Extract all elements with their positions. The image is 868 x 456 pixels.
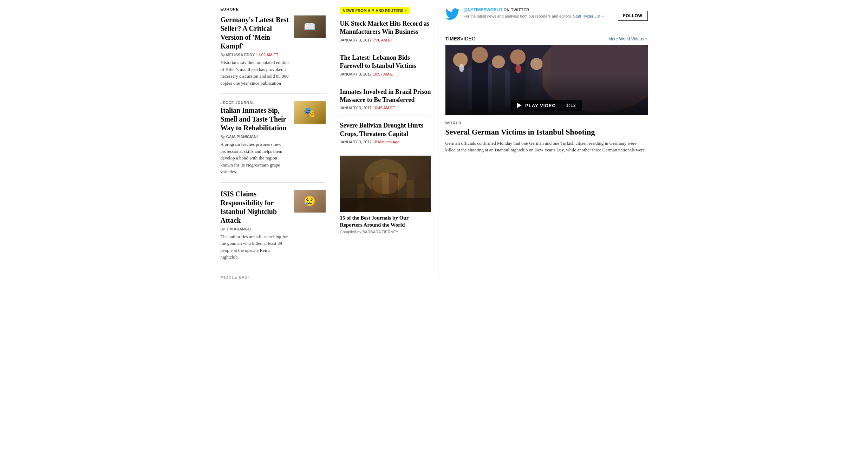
wire-time: 10:45 AM ET bbox=[373, 106, 395, 110]
svg-point-14 bbox=[471, 47, 488, 63]
wire-meta-brazil-prison: JANUARY 3, 2017 10:45 AM ET bbox=[340, 106, 431, 110]
wire-article-lebanon: The Latest: Lebanon Bids Farewell to Ist… bbox=[340, 54, 431, 82]
article-byline-isis: By TIM ARANGO bbox=[221, 227, 290, 231]
svg-point-6 bbox=[371, 173, 399, 194]
byline-prefix: By bbox=[221, 227, 225, 231]
twitter-content: @NYTIMESWORLD ON TWITTER For the latest … bbox=[464, 7, 614, 19]
byline-prefix: By bbox=[221, 135, 225, 139]
featured-image-block: 15 of the Best Journals by Our Reporters… bbox=[340, 156, 431, 234]
times-video-header: TIMESVIDEO More World Videos » bbox=[445, 36, 648, 41]
wire-headline-bolivia[interactable]: Severe Bolivian Drought Hurts Crops, Thr… bbox=[340, 122, 431, 138]
article-byline-italian-inmates: By GAIA PIANIGIANI bbox=[221, 135, 290, 139]
article-timestamp: 11:02 AM ET bbox=[256, 53, 279, 57]
article-summary-mein-kampf: Historians say their annotated edition o… bbox=[221, 59, 290, 86]
follow-button[interactable]: FOLLOW bbox=[618, 11, 648, 21]
times-video-label: TIMESVIDEO bbox=[445, 36, 476, 41]
section-label: EUROPE bbox=[221, 7, 326, 11]
article-text: Germany's Latest Best Seller? A Critical… bbox=[221, 15, 290, 86]
wire-meta-bolivia: JANUARY 3, 2017 18 Minutes Ago bbox=[340, 140, 431, 144]
times-thin: VIDEO bbox=[460, 36, 476, 41]
svg-point-20 bbox=[530, 58, 542, 70]
article-thumbnail-italian-inmates[interactable] bbox=[294, 101, 326, 124]
wire-date: JANUARY 3, 2017 bbox=[340, 38, 372, 42]
twitter-on-label: ON TWITTER bbox=[503, 8, 529, 12]
featured-image-caption[interactable]: 15 of the Best Journals by Our Reporters… bbox=[340, 215, 431, 228]
wire-article-bolivia: Severe Bolivian Drought Hurts Crops, Thr… bbox=[340, 122, 431, 150]
more-videos-link[interactable]: More World Videos » bbox=[608, 37, 648, 41]
article-subsection: LECCE JOURNAL bbox=[221, 101, 290, 105]
featured-image-sub: Compiled by BARBARA TIERNEY bbox=[340, 230, 431, 234]
article-headline-italian-inmates[interactable]: Italian Inmates Sip, Smell and Taste The… bbox=[221, 106, 290, 132]
article-item: ISIS Claims Responsibility for Istanbul … bbox=[221, 190, 326, 268]
byline-prefix: By bbox=[221, 53, 225, 57]
times-bold: TIMES bbox=[445, 36, 461, 41]
author-name: TIM ARANGO bbox=[226, 227, 250, 231]
wire-time: 10:57 AM ET bbox=[373, 72, 395, 76]
svg-rect-7 bbox=[340, 198, 431, 212]
play-triangle-icon bbox=[517, 103, 522, 108]
article-summary-isis: The authorities are still searching for … bbox=[221, 233, 290, 261]
play-button-overlay[interactable]: PLAY VIDEO 1:12 bbox=[445, 100, 648, 111]
svg-point-22 bbox=[515, 64, 521, 73]
article-thumbnail-isis[interactable] bbox=[294, 190, 326, 213]
svg-point-21 bbox=[459, 64, 464, 72]
wire-time: 18 Minutes Ago bbox=[373, 140, 399, 144]
article-text: LECCE JOURNAL Italian Inmates Sip, Smell… bbox=[221, 101, 290, 175]
wire-meta-lebanon: JANUARY 3, 2017 10:57 AM ET bbox=[340, 72, 431, 76]
wire-headline-brazil-prison[interactable]: Inmates Involved in Brazil Prison Massac… bbox=[340, 88, 431, 104]
article-headline-isis[interactable]: ISIS Claims Responsibility for Istanbul … bbox=[221, 190, 290, 225]
article-summary-italian-inmates: A program teaches prisoners new professi… bbox=[221, 141, 290, 175]
news-source-banner[interactable]: NEWS FROM A.P. AND REUTERS » bbox=[340, 7, 410, 14]
wire-headline-uk-stock[interactable]: UK Stock Market Hits Record as Manufactu… bbox=[340, 20, 431, 36]
featured-image[interactable] bbox=[340, 156, 431, 212]
author-name: MELISSA EDDY bbox=[226, 53, 255, 57]
article-thumbnail-mein-kampf[interactable] bbox=[294, 15, 326, 38]
twitter-icon bbox=[445, 7, 459, 24]
video-thumbnail[interactable]: PLAY VIDEO 1:12 bbox=[445, 45, 648, 115]
video-divider bbox=[561, 103, 561, 108]
twitter-handle-label: @NYTIMESWORLD ON TWITTER bbox=[464, 7, 614, 13]
wire-article-uk-stock: UK Stock Market Hits Record as Manufactu… bbox=[340, 20, 431, 48]
svg-point-18 bbox=[510, 49, 526, 65]
wire-headline-lebanon[interactable]: The Latest: Lebanon Bids Farewell to Ist… bbox=[340, 54, 431, 70]
left-column: EUROPE Germany's Latest Best Seller? A C… bbox=[221, 7, 333, 279]
article-headline-mein-kampf[interactable]: Germany's Latest Best Seller? A Critical… bbox=[221, 15, 290, 51]
video-article-headline[interactable]: Several German Victims in Istanbul Shoot… bbox=[445, 127, 648, 137]
article-text: ISIS Claims Responsibility for Istanbul … bbox=[221, 190, 290, 261]
wire-date: JANUARY 3, 2017 bbox=[340, 140, 372, 144]
author-name: GAIA PIANIGIANI bbox=[226, 135, 257, 139]
wire-time: 7:30 AM ET bbox=[373, 38, 393, 42]
twitter-staff-link[interactable]: Staff Twitter List » bbox=[573, 14, 603, 18]
wire-meta-uk-stock: JANUARY 3, 2017 7:30 AM ET bbox=[340, 38, 431, 42]
article-item: Germany's Latest Best Seller? A Critical… bbox=[221, 15, 326, 94]
wire-article-brazil-prison: Inmates Involved in Brazil Prison Massac… bbox=[340, 88, 431, 116]
middle-column: NEWS FROM A.P. AND REUTERS » UK Stock Ma… bbox=[333, 7, 438, 279]
video-article-summary: German officials confirmed Monday that o… bbox=[445, 140, 648, 154]
wire-date: JANUARY 3, 2017 bbox=[340, 106, 372, 110]
bottom-section-label: MIDDLE EAST bbox=[221, 275, 326, 279]
twitter-desc-text: For the latest news and analysis from ou… bbox=[464, 14, 572, 18]
play-label: PLAY VIDEO bbox=[525, 103, 556, 108]
article-byline-mein-kampf: By MELISSA EDDY 11:02 AM ET bbox=[221, 53, 290, 57]
play-button[interactable]: PLAY VIDEO 1:12 bbox=[511, 100, 581, 111]
article-item: LECCE JOURNAL Italian Inmates Sip, Smell… bbox=[221, 101, 326, 183]
wire-date: JANUARY 3, 2017 bbox=[340, 72, 372, 76]
twitter-section: @NYTIMESWORLD ON TWITTER For the latest … bbox=[445, 7, 648, 30]
svg-point-16 bbox=[492, 56, 505, 69]
play-duration: 1:12 bbox=[566, 103, 576, 108]
twitter-handle[interactable]: @NYTIMESWORLD bbox=[464, 7, 502, 12]
right-column: @NYTIMESWORLD ON TWITTER For the latest … bbox=[438, 7, 648, 279]
twitter-description: For the latest news and analysis from ou… bbox=[464, 14, 614, 19]
video-article-section: WORLD bbox=[445, 121, 648, 125]
